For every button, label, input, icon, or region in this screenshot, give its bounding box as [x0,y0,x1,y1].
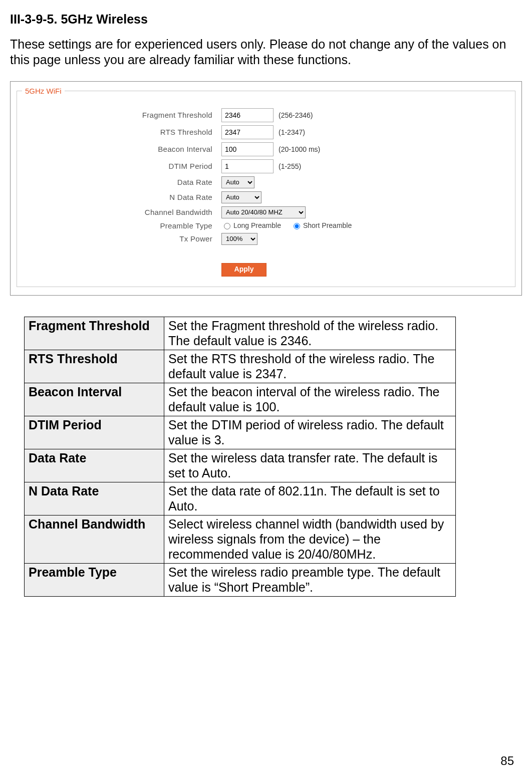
description-table-body: Fragment Threshold Set the Fragment thre… [25,317,456,596]
table-val: Set the wireless radio preamble type. Th… [164,563,456,596]
radio-short-preamble-label: Short Preamble [303,221,352,229]
table-val: Set the data rate of 802.11n. The defaul… [164,482,456,515]
form-rows: Fragment Threshold (256-2346) RTS Thresh… [22,108,510,245]
table-key: N Data Rate [25,482,164,515]
wifi-fieldset: 5GHz WiFi Fragment Threshold (256-2346) … [17,87,515,287]
label-n-data-rate: N Data Rate [22,193,221,201]
table-val: Select wireless channel width (bandwidth… [164,515,456,563]
radio-long-preamble-wrap[interactable]: Long Preamble [221,221,281,229]
table-val: Set the beacon interval of the wireless … [164,383,456,416]
table-key: DTIM Period [25,416,164,449]
table-key: Data Rate [25,449,164,482]
label-rts-threshold: RTS Threshold [22,128,221,136]
row-beacon-interval: Beacon Interval (20-1000 ms) [22,142,510,156]
table-val: Set the wireless data transfer rate. The… [164,449,456,482]
radio-short-preamble[interactable] [294,223,300,229]
label-tx-power: Tx Power [22,234,221,243]
table-row: Data Rate Set the wireless data transfer… [25,449,456,482]
select-tx-power[interactable]: 100% [221,233,257,245]
table-key: Fragment Threshold [25,317,164,350]
input-fragment-threshold[interactable] [221,108,274,122]
description-table: Fragment Threshold Set the Fragment thre… [24,317,456,597]
table-row: N Data Rate Set the data rate of 802.11n… [25,482,456,515]
settings-screenshot: 5GHz WiFi Fragment Threshold (256-2346) … [10,81,522,296]
intro-paragraph: These settings are for experienced users… [10,37,522,68]
label-channel-bandwidth: Channel Bandwidth [22,208,221,216]
label-data-rate: Data Rate [22,178,221,186]
radio-long-preamble[interactable] [224,223,230,229]
hint-beacon-interval: (20-1000 ms) [279,145,320,153]
table-val: Set the RTS threshold of the wireless ra… [164,350,456,383]
row-preamble-type: Preamble Type Long Preamble Short Preamb… [22,221,510,230]
table-key: Beacon Interval [25,383,164,416]
row-data-rate: Data Rate Auto [22,176,510,188]
page-number: 85 [500,754,514,768]
row-rts-threshold: RTS Threshold (1-2347) [22,125,510,139]
table-val: Set the DTIM period of wireless radio. T… [164,416,456,449]
label-preamble-type: Preamble Type [22,221,221,230]
row-tx-power: Tx Power 100% [22,233,510,245]
hint-fragment-threshold: (256-2346) [279,111,313,119]
label-fragment-threshold: Fragment Threshold [22,111,221,119]
select-n-data-rate[interactable]: Auto [221,191,261,203]
row-dtim-period: DTIM Period (1-255) [22,159,510,173]
apply-button[interactable]: Apply [221,263,267,277]
radio-long-preamble-label: Long Preamble [233,221,281,229]
table-row: Channel Bandwidth Select wireless channe… [25,515,456,563]
table-key: Preamble Type [25,563,164,596]
input-rts-threshold[interactable] [221,125,274,139]
select-data-rate[interactable]: Auto [221,176,254,188]
table-row: Preamble Type Set the wireless radio pre… [25,563,456,596]
label-beacon-interval: Beacon Interval [22,145,221,153]
table-row: DTIM Period Set the DTIM period of wirel… [25,416,456,449]
row-n-data-rate: N Data Rate Auto [22,191,510,203]
hint-dtim-period: (1-255) [279,162,301,170]
row-channel-bandwidth: Channel Bandwidth Auto 20/40/80 MHZ [22,206,510,218]
radio-short-preamble-wrap[interactable]: Short Preamble [291,221,352,229]
apply-row: Apply [22,263,510,277]
table-val: Set the Fragment threshold of the wirele… [164,317,456,350]
select-channel-bandwidth[interactable]: Auto 20/40/80 MHZ [221,206,306,218]
input-dtim-period[interactable] [221,159,274,173]
fieldset-legend: 5GHz WiFi [22,87,65,95]
table-key: Channel Bandwidth [25,515,164,563]
page: III-3-9-5. 5GHz Wireless These settings … [0,0,532,774]
hint-rts-threshold: (1-2347) [279,128,305,136]
table-key: RTS Threshold [25,350,164,383]
table-row: RTS Threshold Set the RTS threshold of t… [25,350,456,383]
label-dtim-period: DTIM Period [22,162,221,170]
table-row: Beacon Interval Set the beacon interval … [25,383,456,416]
input-beacon-interval[interactable] [221,142,274,156]
table-row: Fragment Threshold Set the Fragment thre… [25,317,456,350]
section-heading: III-3-9-5. 5GHz Wireless [10,12,522,27]
row-fragment-threshold: Fragment Threshold (256-2346) [22,108,510,122]
